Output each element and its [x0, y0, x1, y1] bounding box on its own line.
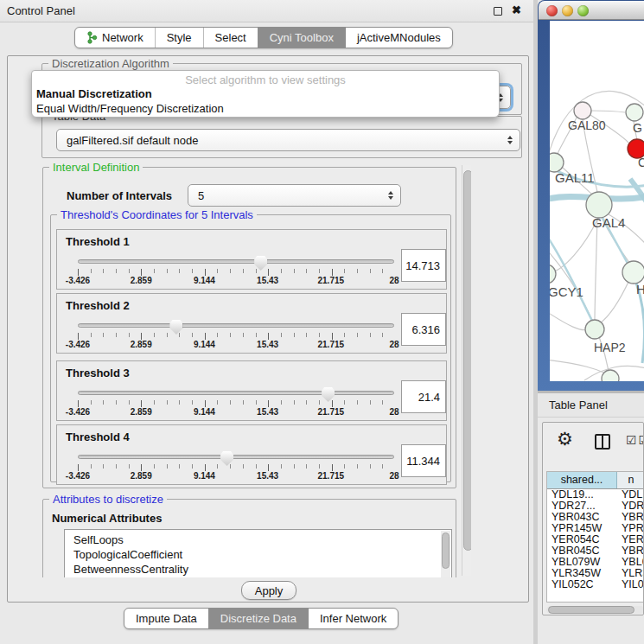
axis-label: 21.715 [318, 340, 345, 349]
list-item[interactable]: TopologicalCoefficient [65, 547, 451, 562]
node-table[interactable]: shared... n YDL19...YDL1 YDR27...YDR2 YB… [546, 471, 644, 603]
num-intervals-value: 5 [198, 189, 204, 202]
cell: YDR2 [617, 501, 644, 512]
threshold-2-slider[interactable]: -3.426 2.859 9.144 15.43 21.715 28 [78, 320, 394, 351]
axis-label: 28 [389, 471, 399, 481]
algorithm-option-equal-width[interactable]: Equal Width/Frequency Discretization [36, 102, 224, 115]
screenshot-root: Control Panel ✖ Network Style Select Cyn… [0, 0, 644, 644]
cell: YLR3 [617, 568, 644, 579]
cell: YBL0 [617, 557, 644, 568]
network-canvas[interactable]: GAL80 G C GAL11 GAL4 GCY1 H HAP2 [550, 21, 644, 381]
tab-select[interactable]: Select [203, 28, 258, 48]
table-row[interactable]: YDR27...YDR2 [547, 501, 644, 512]
table-row[interactable]: YDL19...YDL1 [547, 489, 644, 501]
table-data-combobox[interactable]: galFiltered.sif default node [56, 129, 520, 151]
node-gcy1 [550, 265, 556, 284]
horizontal-scrollbar[interactable] [546, 606, 644, 614]
cell: YDR27... [547, 501, 617, 512]
list-scrollbar-thumb[interactable] [442, 532, 450, 569]
list-item[interactable]: SelfLoops [65, 530, 451, 547]
threshold-3-value-field[interactable]: 21.4 [401, 380, 446, 413]
label-gal11: GAL11 [555, 170, 595, 185]
cell: YER0 [617, 534, 644, 545]
tab-jactivemnodules[interactable]: jActiveMNodules [345, 28, 452, 48]
horizontal-scrollbar-thumb[interactable] [548, 606, 634, 614]
zoom-traffic-light[interactable] [577, 5, 589, 16]
threshold-4-slider[interactable]: -3.426 2.859 9.144 15.43 21.715 28 [78, 451, 394, 482]
threshold-3-slider[interactable]: -3.426 2.859 9.144 15.43 21.715 28 [78, 387, 394, 418]
slider-major-ticks [78, 269, 395, 276]
tab-cyni-toolbox[interactable]: Cyni Toolbox [258, 28, 345, 48]
algorithm-dropdown-popup: Select algorithm to view settings Manual… [31, 70, 500, 118]
thresholds-group: Threshold's Coordinates for 5 Intervals … [50, 214, 451, 482]
table-panel-inner: ⚙ ☑☑ shared... n YDL19...YDL1 YDR27...YD… [542, 422, 644, 615]
column-header-name[interactable]: n [617, 472, 644, 488]
table-data-selected: galFiltered.sif default node [67, 134, 198, 147]
settings-scrollpane: Interval Definition Number of Intervals … [11, 163, 471, 577]
close-traffic-light[interactable] [546, 5, 558, 16]
cell: YBR043C [547, 512, 617, 523]
num-intervals-label: Number of Intervals [67, 189, 172, 202]
label-gal80: GAL80 [568, 118, 606, 132]
tab-impute-data[interactable]: Impute Data [124, 609, 208, 628]
slider-track [78, 455, 394, 459]
column-layout-icon[interactable] [595, 434, 610, 450]
algorithm-hint: Select algorithm to view settings [32, 73, 499, 86]
cell: YPR145W [547, 523, 617, 534]
minimize-traffic-light[interactable] [562, 5, 573, 16]
label-partial-c: C [638, 156, 644, 169]
cell: YBR0 [617, 512, 644, 523]
slider-track [78, 259, 394, 264]
tab-network[interactable]: Network [75, 28, 155, 48]
tab-style[interactable]: Style [155, 28, 203, 48]
combo-arrows-icon [507, 136, 513, 144]
panel-title: Control Panel [7, 4, 75, 17]
axis-label: -3.426 [66, 340, 90, 349]
table-row[interactable]: YER054CYER0 [547, 534, 644, 545]
float-window-icon[interactable] [494, 7, 502, 16]
tab-jactivemnodules-label: jActiveMNodules [357, 28, 441, 48]
cell: YDL1 [617, 489, 644, 501]
axis-label: 2.859 [131, 407, 152, 417]
label-gal4: GAL4 [592, 215, 625, 230]
combo-arrows-icon [388, 191, 393, 200]
vertical-scrollbar[interactable] [462, 165, 471, 576]
table-row[interactable]: YBR045CYBR0 [547, 545, 644, 557]
tab-select-label: Select [215, 28, 246, 48]
tab-network-label: Network [102, 28, 143, 48]
table-row[interactable]: YLR345WYLR3 [547, 568, 644, 579]
threshold-4-panel: Threshold 4 -3.426 2.859 9.144 15.43 [56, 424, 447, 485]
table-row[interactable]: YIL052CYIL0 [547, 579, 644, 590]
axis-label: 15.43 [257, 471, 278, 481]
cell: YBL079W [547, 557, 617, 568]
threshold-1-slider[interactable]: -3.426 2.859 9.144 15.43 21.715 28 [78, 256, 394, 287]
threshold-4-value-field[interactable]: 11.344 [401, 444, 446, 477]
network-window: GAL80 G C GAL11 GAL4 GCY1 H HAP2 [538, 0, 644, 391]
threshold-1-value-field[interactable]: 14.713 [401, 249, 446, 282]
threshold-2-value-field[interactable]: 6.316 [401, 313, 446, 346]
slider-major-ticks [78, 464, 395, 471]
list-item[interactable]: BetweennessCentrality [65, 562, 451, 577]
tab-infer-network[interactable]: Infer Network [308, 609, 398, 628]
gear-icon[interactable]: ⚙ [557, 430, 573, 448]
table-row[interactable]: YBL079WYBL0 [547, 557, 644, 568]
vertical-scrollbar-thumb[interactable] [463, 170, 471, 551]
num-intervals-combobox[interactable]: 5 [188, 184, 401, 207]
table-row[interactable]: YBR043CYBR0 [547, 512, 644, 523]
apply-button[interactable]: Apply [241, 581, 296, 600]
table-panel-title: Table Panel [549, 399, 608, 411]
cyni-toolbox-panel: Discretization Algorithm Select algorith… [7, 55, 529, 603]
slider-track [78, 323, 394, 328]
checkbox-icons[interactable]: ☑☑ [626, 433, 644, 447]
table-data-group: Table Data galFiltered.sif default node [41, 116, 522, 158]
numerical-attributes-list[interactable]: SelfLoops TopologicalCoefficient Between… [64, 529, 452, 577]
table-row[interactable]: YPR145WYPR1 [547, 523, 644, 534]
threshold-4-label: Threshold 4 [66, 430, 130, 443]
label-partial-h: H [636, 282, 644, 296]
list-scrollbar[interactable] [441, 531, 450, 577]
close-icon[interactable]: ✖ [512, 3, 521, 16]
tab-discretize-data[interactable]: Discretize Data [208, 609, 308, 628]
algorithm-option-manual[interactable]: Manual Discretization [36, 87, 152, 100]
node-partial-top-right [626, 104, 643, 121]
column-header-shared[interactable]: shared... [547, 472, 617, 488]
